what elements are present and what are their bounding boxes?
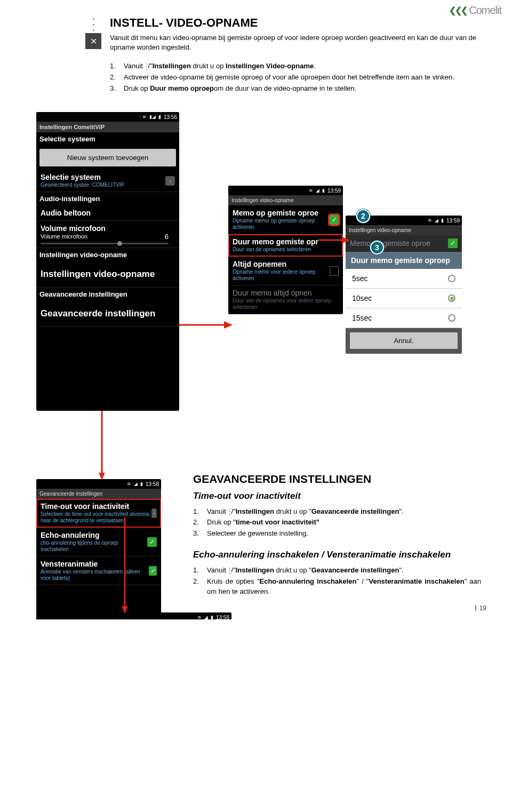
group-selectie: Selectie systeem — [36, 132, 179, 146]
phone-video-opname: ≋◢▮13:59 Instellingen video-opname Memo … — [228, 186, 343, 314]
callout-3: 3 — [370, 241, 384, 254]
phone-main: ⋮≋ ▮◢ ▮ 13:56 Instellingen ComelitViP Se… — [36, 112, 179, 411]
cancel-button[interactable]: Annul. — [350, 332, 458, 349]
row-animatie[interactable]: VensteranimatieAnimatie van vensters ins… — [36, 556, 161, 585]
intro-text: Vanuit dit menu kan video-opname bij gem… — [110, 33, 481, 52]
group-audio: Audio-instellingen — [36, 192, 179, 205]
signal-icon: ▮◢ — [149, 114, 156, 120]
phone-duur-dialog: ≋◢▮13:59 Instellingen video-opname Memo … — [346, 216, 462, 354]
radio-icon — [448, 275, 455, 282]
phone-timeout-dialog: ≋◢▮13:58 Geavanceerde instellingen Time-… — [115, 612, 231, 619]
steps-list-2: 1.Vanuit /"Instellingen drukt u op "Geav… — [193, 507, 481, 539]
radio-15sec[interactable]: 15sec — [346, 308, 462, 328]
subheading-echo: Echo-annulering inschakelen / Vensterani… — [193, 550, 481, 560]
checkbox-icon[interactable]: ✓ — [149, 566, 157, 576]
row-advanced[interactable]: Geavanceerde instellingen — [36, 301, 179, 327]
row-selectie[interactable]: Selectie systeemGeselecteerd systee: COM… — [36, 170, 179, 192]
radio-icon — [448, 294, 455, 302]
heading-2: GEAVANCEERDE INSTELLINGEN — [193, 473, 481, 485]
dots-icon — [146, 63, 147, 70]
radio-5sec[interactable]: 5sec — [346, 269, 462, 289]
section-video-opname: INSTELL- VIDEO-OPNAME Vanuit dit menu ka… — [110, 16, 481, 94]
row-duur-gemiste[interactable]: Duur memo gemiste oprDuur van de opnames… — [228, 234, 343, 257]
section-geavanceerd: GEAVANCEERDE INSTELLINGEN Time-out voor … — [193, 473, 481, 597]
chevron-right-icon: › — [151, 508, 157, 518]
dialog-header: Duur memo gemiste oproep — [346, 252, 462, 269]
page-number: 19 — [475, 604, 486, 612]
checkbox-empty-icon[interactable] — [330, 266, 339, 276]
callout-2: 2 — [356, 209, 370, 223]
heading-1: INSTELL- VIDEO-OPNAME — [110, 16, 481, 30]
row-volume[interactable]: Volume microfoon Volume microfoon6 — [36, 221, 179, 248]
battery-icon: ▮ — [158, 114, 161, 120]
row-beltoon[interactable]: Audio beltoon — [36, 205, 179, 221]
logo-text: Comelit — [469, 4, 501, 17]
steps-list-3: 1.Vanuit /"Instellingen drukt u op "Geav… — [193, 566, 481, 597]
clock: 13:56 — [164, 114, 177, 120]
new-system-button[interactable]: Nieuw systeem toevoegen — [39, 149, 176, 166]
row-video-opname[interactable]: Instellingen video-opname — [36, 261, 179, 288]
row-memo-gemiste[interactable]: Memo op gemiste oproeOpname memo op gemi… — [228, 205, 343, 234]
phone-advanced: ≋◢▮13:58 Geavanceerde instellingen Time-… — [36, 479, 161, 619]
more-dots-icon — [90, 18, 97, 31]
wifi-icon: ⋮≋ — [138, 114, 147, 120]
volume-slider[interactable] — [41, 243, 169, 244]
brand-logo: ❮❮❮ Comelit — [449, 4, 501, 17]
radio-icon — [448, 314, 455, 322]
side-icons: ✕ — [85, 18, 101, 49]
group-advanced: Geavanceerde instellingen — [36, 288, 179, 301]
row-duur-altijd[interactable]: Duur memo altijd opnenDuur van de opname… — [228, 285, 343, 314]
row-echo[interactable]: Echo-annuleringcho-annulering tijdens de… — [36, 528, 161, 556]
row-timeout[interactable]: Time-out voor inactiviteitSelecteer de t… — [36, 499, 161, 528]
logo-mark-icon: ❮❮❮ — [449, 5, 467, 15]
radio-10sec[interactable]: 10sec — [346, 289, 462, 308]
chevron-right-icon: › — [165, 176, 175, 186]
steps-list-1: 1.Vanuit /"Instellingen drukt u op Inste… — [110, 61, 481, 94]
checkbox-icon[interactable]: ✓ — [330, 215, 339, 225]
checkbox-icon: ✓ — [448, 238, 458, 248]
titlebar: Instellingen ComelitViP — [36, 122, 179, 132]
subheading-timeout: Time-out voor inactiviteit — [193, 491, 481, 501]
group-video: Instellingen video-opname — [36, 248, 179, 261]
row-altijd[interactable]: Altijd opnemenOpname memo voor iedere op… — [228, 257, 343, 285]
tools-icon: ✕ — [85, 33, 101, 49]
checkbox-icon[interactable]: ✓ — [147, 537, 157, 547]
status-bar: ⋮≋ ▮◢ ▮ 13:56 — [36, 112, 179, 122]
